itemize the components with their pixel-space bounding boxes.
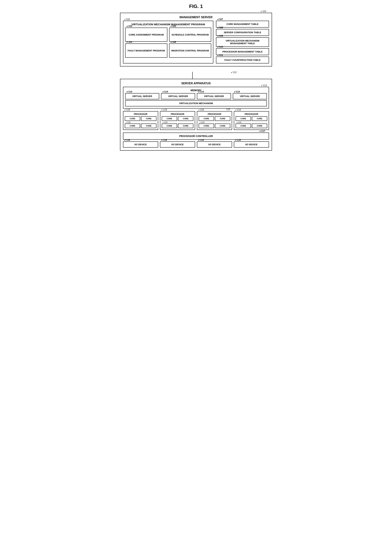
processor-4: ↙119 PROCESSOR CORE CORE ↙116 CORE CORE — [234, 111, 269, 130]
brace-ref-116-1: ↙116 — [125, 121, 156, 124]
ref-118-4: ↙118 — [235, 139, 241, 141]
cores-grid-2-top: CORE CORE — [162, 116, 193, 121]
core-3-3: CORE — [199, 124, 214, 128]
ref-114-1: ↙114 — [126, 90, 132, 93]
management-server-content: ↙102 VIRTUALIZATION MECHANISM MANAGEMENT… — [123, 21, 269, 63]
ref-106: ↙106 — [170, 41, 176, 43]
io-device-1: ↙118 I/O DEVICE — [123, 141, 158, 148]
processor-4-label: PROCESSOR — [236, 113, 267, 115]
figure-title: FIG. 1 — [120, 4, 272, 9]
server-apparatus-label: SERVER APPARATUS — [123, 82, 269, 85]
ref-103: ↙103 — [126, 25, 132, 27]
core-2-4: CORE — [178, 124, 193, 128]
memory-label: MEMORY — [125, 89, 267, 92]
cores-grid-4-top: CORE CORE — [236, 116, 267, 121]
virtual-servers-row: ↙114 VIRTUAL SERVER ↙114 VIRTUAL SERVER … — [125, 93, 267, 99]
core-1-2: CORE — [141, 116, 156, 121]
cores-grid-1-top: CORE CORE — [125, 116, 156, 121]
ref-101: ↙101 — [261, 10, 266, 13]
connector-line — [192, 72, 193, 79]
io-device-4: ↙118 I/O DEVICE — [234, 141, 269, 148]
io-device-3: ↙118 I/O DEVICE — [197, 141, 232, 148]
core-2-1: CORE — [162, 116, 177, 121]
management-server-label: MANAGEMENT SERVER — [123, 16, 269, 19]
ref-107: ↙107 — [217, 18, 223, 20]
core-assignment-box: ↙103 CORE ASSIGNMENT PROGRAM — [125, 28, 167, 42]
tables-column: ↙107 CORE MANAGEMENT TABLE ↙108 SERVER C… — [216, 21, 269, 63]
virt-mgmt-table: ↙109 VIRTUALIZATION MECHANISM MANAGEMENT… — [216, 37, 269, 47]
virt-mgmt-program-label: VIRTUALIZATION MECHANISM MANAGEMENT PROG… — [125, 23, 211, 26]
core-3-1: CORE — [199, 116, 214, 121]
core-4-2: CORE — [252, 116, 267, 121]
ref-114-4: ↙114 — [234, 90, 240, 93]
ref-114-2: ↙114 — [162, 90, 168, 93]
cores-grid-4-bottom: CORE CORE — [236, 124, 267, 128]
io-devices-row: ↙118 I/O DEVICE ↙118 I/O DEVICE ↙118 I/O… — [123, 141, 269, 148]
core-1-3: CORE — [125, 124, 140, 128]
ref-102: ↙102 — [124, 18, 130, 20]
migration-control-box: ↙106 MIGRATION CONTROL PROGRAM — [169, 43, 211, 58]
ref-119-3: ↙119 — [198, 108, 204, 111]
ref-104: ↙104 — [126, 41, 132, 43]
virtual-server-4: ↙114 VIRTUAL SERVER — [233, 93, 267, 99]
ref-115: 115 — [226, 108, 230, 111]
brace-ref-116-4: ↙116 — [236, 121, 267, 124]
core-mgmt-table: ↙107 CORE MANAGEMENT TABLE — [216, 21, 269, 28]
ref-105: ↙105 — [170, 25, 176, 27]
processor-1: ↙119 PROCESSOR CORE CORE ↙116 CORE CORE — [123, 111, 158, 130]
processor-mgmt-table: ↙110 PROCESSOR MANAGEMENT TABLE — [216, 48, 269, 55]
processor-controller: ↙117 PROCESSOR CONTROLLER — [123, 133, 269, 140]
fault-management-box: ↙104 FAULT MANAGEMENT PROGRAM — [125, 43, 167, 58]
connector-area: ↙112 — [120, 70, 272, 79]
cores-grid-2-bottom: CORE CORE — [162, 124, 193, 128]
io-device-2: ↙118 I/O DEVICE — [160, 141, 195, 148]
core-2-2: CORE — [178, 116, 193, 121]
ref-108: ↙108 — [217, 26, 223, 29]
ref-112: ↙112 — [231, 71, 237, 74]
processor-2: ↙119 PROCESSOR CORE CORE ↙116 CORE CORE — [160, 111, 195, 130]
ref-119-2: ↙119 — [161, 108, 167, 111]
ref-119-1: ↙119 — [124, 108, 130, 111]
ref-117: ↙117 — [259, 130, 265, 132]
server-config-table: ↙108 SERVER CONFIGURATION TABLE — [216, 29, 269, 36]
core-4-3: CORE — [236, 124, 251, 128]
memory-box: ↙113 MEMORY ↙114 VIRTUAL SERVER ↙114 VIR… — [123, 87, 269, 108]
ref-113: ↙113 — [261, 84, 267, 87]
ref-110: ↙110 — [217, 45, 223, 48]
core-4-4: CORE — [252, 124, 267, 128]
core-1-4: CORE — [141, 124, 156, 128]
brace-ref-116-2: ↙116 — [162, 121, 193, 124]
ref-119-4: ↙119 — [235, 108, 241, 111]
server-apparatus-outer-box: SERVER APPARATUS ↙113 MEMORY ↙114 VIRTUA… — [120, 79, 272, 151]
programs-grid: ↙103 CORE ASSIGNMENT PROGRAM ↙105 SCHEDU… — [125, 28, 211, 58]
cores-grid-1-bottom: CORE CORE — [125, 124, 156, 128]
processor-1-label: PROCESSOR — [125, 113, 156, 115]
brace-ref-116-3: ↙116 — [199, 121, 230, 124]
core-1-1: CORE — [125, 116, 140, 121]
cores-grid-3-bottom: CORE CORE — [199, 124, 230, 128]
ref-111: ↙111 — [217, 54, 223, 56]
virtual-server-2: ↙114 VIRTUAL SERVER — [161, 93, 195, 99]
processors-row: 115 ↙119 PROCESSOR CORE CORE ↙116 CORE C… — [123, 111, 269, 130]
fault-counteraction-table: ↙111 FAULT COUNTERACTION TABLE — [216, 56, 269, 63]
processor-2-label: PROCESSOR — [162, 113, 193, 115]
ref-109: ↙109 — [217, 34, 223, 37]
ref-114-3: ↙114 — [198, 90, 204, 93]
core-3-2: CORE — [215, 116, 230, 121]
ref-118-1: ↙118 — [124, 139, 130, 141]
core-3-4: CORE — [215, 124, 230, 128]
management-server-outer-box: ↙101 MANAGEMENT SERVER ↙102 VIRTUALIZATI… — [120, 13, 272, 66]
virtual-server-3: ↙114 VIRTUAL SERVER — [197, 93, 231, 99]
processor-3: ↙119 PROCESSOR CORE CORE ↙116 CORE CORE — [197, 111, 232, 130]
ref-118-3: ↙118 — [198, 139, 204, 141]
processor-3-label: PROCESSOR — [199, 113, 230, 115]
core-4-1: CORE — [236, 116, 251, 121]
cores-grid-3-top: CORE CORE — [199, 116, 230, 121]
core-2-3: CORE — [162, 124, 177, 128]
virtualization-program-box: ↙102 VIRTUALIZATION MECHANISM MANAGEMENT… — [123, 21, 213, 63]
virtualization-mechanism: VIRTUALIZATION MECHANISM — [125, 100, 267, 106]
schedule-control-box: ↙105 SCHEDULE CONTROL PROGRAM — [169, 28, 211, 42]
virtual-server-1: ↙114 VIRTUAL SERVER — [125, 93, 159, 99]
ref-118-2: ↙118 — [161, 139, 167, 141]
